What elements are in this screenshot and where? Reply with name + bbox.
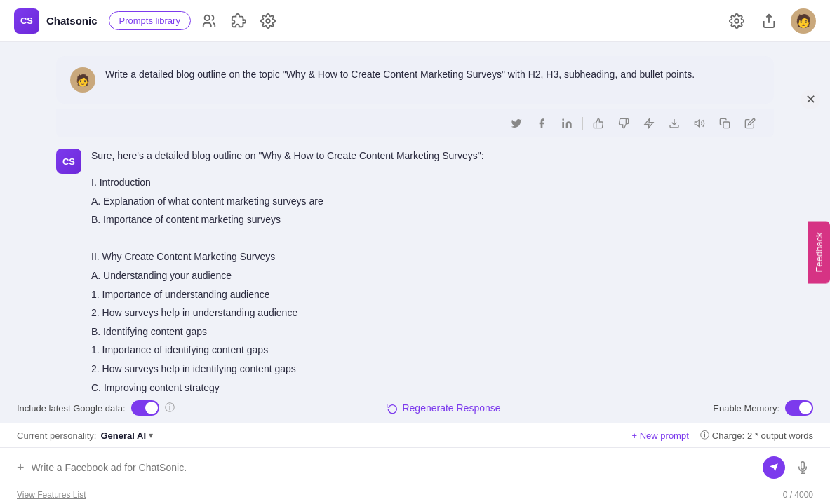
prompts-library-button[interactable]: Prompts library	[109, 11, 191, 30]
google-data-control: Include latest Google data: ⓘ	[17, 400, 175, 416]
logo-area: CS Chatsonic	[14, 8, 98, 34]
ai-avatar: CS	[56, 149, 81, 174]
edit-btn[interactable]	[740, 114, 760, 133]
svg-marker-6	[645, 118, 653, 128]
user-message: 🧑 Write a detailed blog outline on the t…	[56, 56, 774, 104]
thumbs-down-btn[interactable]	[614, 114, 634, 133]
facebook-share-btn[interactable]	[532, 114, 551, 133]
personality-dropdown[interactable]: General AI ▾	[100, 430, 153, 441]
bottom-bar: Include latest Google data: ⓘ Regenerate…	[0, 393, 830, 504]
charge-label: Charge:	[712, 430, 744, 441]
send-button[interactable]	[763, 456, 785, 479]
personality-label: Current personality:	[17, 430, 96, 441]
ai-message: CS Sure, here's a detailed blog outline …	[56, 149, 774, 393]
header-right: 🧑	[726, 8, 816, 34]
divider	[582, 117, 583, 130]
svg-point-1	[266, 19, 270, 23]
puzzle-icon[interactable]	[229, 11, 248, 31]
personality-value: General AI	[100, 430, 146, 441]
close-button[interactable]: ✕	[801, 90, 820, 109]
svg-rect-9	[723, 122, 730, 128]
outline-item-10: 2. How surveys help in identifying conte…	[91, 360, 774, 379]
feedback-tab[interactable]: Feedback	[808, 221, 830, 283]
share-icon[interactable]	[758, 11, 779, 32]
outline-item-7: 2. How surveys help in understanding aud…	[91, 304, 774, 322]
outline-item-5: A. Understanding your audience	[91, 266, 774, 285]
memory-toggle[interactable]	[785, 400, 813, 416]
outline-item-9: 1. Importance of identifying content gap…	[91, 341, 774, 360]
new-prompt-button[interactable]: + New prompt	[632, 430, 689, 441]
personality-left: Current personality: General AI ▾	[17, 430, 153, 441]
outline-spacer-1	[91, 229, 774, 248]
outline-item-6: 1. Importance of understanding audience	[91, 285, 774, 304]
app-logo: CS	[14, 8, 39, 34]
community-icon[interactable]	[199, 11, 219, 31]
memory-label: Enable Memory:	[713, 403, 779, 414]
charge-info: ⓘ Charge: 2 * output words	[700, 429, 813, 442]
footer-bar: View Features List 0 / 4000	[0, 487, 830, 504]
ai-intro-text: Sure, here's a detailed blog outline on …	[91, 149, 774, 163]
speaker-btn[interactable]	[690, 114, 709, 133]
mic-button[interactable]	[792, 457, 813, 478]
bottom-controls: Include latest Google data: ⓘ Regenerate…	[0, 393, 830, 423]
charge-value: 2 * output words	[747, 430, 813, 441]
svg-point-0	[205, 15, 210, 20]
info-icon: ⓘ	[700, 429, 709, 442]
ai-content: Sure, here's a detailed blog outline on …	[91, 149, 774, 393]
outline-item-3: B. Importance of content marketing surve…	[91, 210, 774, 229]
outline-item-11: C. Improving content strategy	[91, 379, 774, 393]
chevron-down-icon: ▾	[149, 430, 153, 440]
regenerate-label: Regenerate Response	[402, 402, 500, 414]
svg-rect-4	[562, 122, 564, 128]
outline-item-8: B. Identifying content gaps	[91, 322, 774, 341]
svg-point-2	[735, 19, 739, 23]
outline-item-2: A. Explanation of what content marketing…	[91, 192, 774, 211]
memory-control: Enable Memory:	[713, 400, 813, 416]
header-icons	[199, 11, 278, 31]
header: CS Chatsonic Prompts library	[0, 0, 830, 42]
thumbs-up-btn[interactable]	[589, 114, 608, 133]
add-icon[interactable]: +	[17, 461, 25, 475]
view-features-link[interactable]: View Features List	[17, 490, 86, 500]
regenerate-button[interactable]: Regenerate Response	[387, 402, 500, 414]
google-data-label: Include latest Google data:	[17, 403, 126, 414]
svg-marker-8	[695, 120, 699, 126]
user-avatar[interactable]: 🧑	[791, 8, 816, 34]
bolt-btn[interactable]	[639, 114, 659, 133]
google-data-info-icon[interactable]: ⓘ	[165, 402, 175, 414]
personality-bar: Current personality: General AI ▾ + New …	[0, 423, 830, 448]
outline-item-4: II. Why Create Content Marketing Surveys	[91, 247, 774, 266]
outline-list: I. Introduction A. Explanation of what c…	[91, 173, 774, 393]
svg-marker-11	[770, 463, 778, 472]
char-count: 0 / 4000	[783, 490, 813, 500]
action-bar	[56, 109, 774, 137]
svg-point-5	[562, 118, 564, 121]
copy-btn[interactable]	[715, 114, 735, 133]
download-btn[interactable]	[664, 114, 684, 133]
google-data-toggle[interactable]	[131, 400, 159, 416]
settings-icon[interactable]	[258, 11, 278, 31]
personality-right: + New prompt ⓘ Charge: 2 * output words	[632, 429, 814, 442]
messages-container: 🧑 Write a detailed blog outline on the t…	[0, 42, 830, 393]
app-name: Chatsonic	[46, 15, 98, 27]
outline-item-1: I. Introduction	[91, 173, 774, 192]
chat-area: ✕ 🧑 Write a detailed blog outline on the…	[0, 42, 830, 504]
notification-settings-icon[interactable]	[726, 11, 747, 32]
input-area: +	[0, 448, 830, 487]
chat-input[interactable]	[32, 462, 756, 473]
twitter-share-btn[interactable]	[507, 114, 526, 133]
user-avatar-chat: 🧑	[70, 67, 95, 93]
linkedin-share-btn[interactable]	[557, 114, 577, 133]
user-message-text: Write a detailed blog outline on the top…	[105, 67, 695, 82]
